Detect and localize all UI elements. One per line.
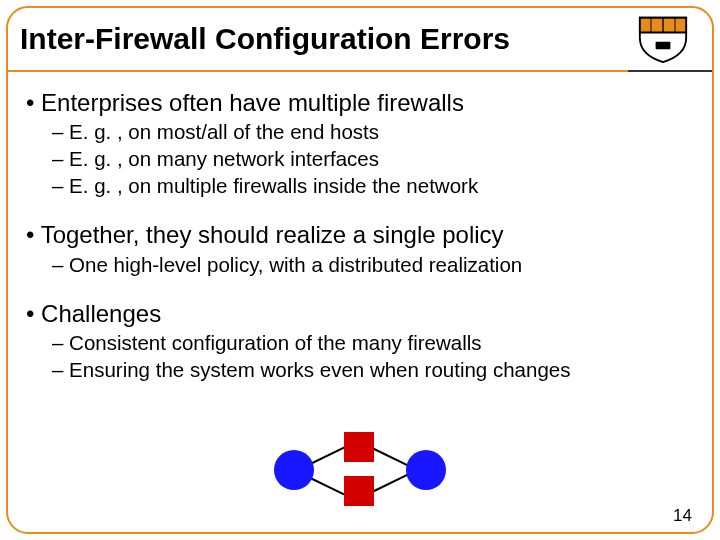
bullet-2-sub-1: – One high-level policy, with a distribu…	[52, 252, 698, 277]
svg-rect-0	[656, 42, 671, 49]
bullet-1-sub-2: – E. g. , on many network interfaces	[52, 146, 698, 171]
title-row: Inter-Firewall Configuration Errors	[14, 14, 706, 70]
body-text: • Enterprises often have multiple firewa…	[26, 82, 698, 382]
bullet-3-sub-2: – Ensuring the system works even when ro…	[52, 357, 698, 382]
network-diagram	[0, 432, 720, 506]
bullet-1-sub-3: – E. g. , on multiple firewalls inside t…	[52, 173, 698, 198]
slide: Inter-Firewall Configuration Errors • En…	[0, 0, 720, 540]
logo-separator	[628, 70, 712, 72]
page-number: 14	[673, 506, 692, 526]
bullet-2: • Together, they should realize a single…	[26, 220, 698, 249]
title-separator	[8, 70, 712, 72]
bullet-1: • Enterprises often have multiple firewa…	[26, 88, 698, 117]
princeton-shield-icon	[630, 14, 696, 64]
bullet-3: • Challenges	[26, 299, 698, 328]
bullet-3-sub-1: – Consistent configuration of the many f…	[52, 330, 698, 355]
firewall-square-icon	[344, 476, 374, 506]
firewall-square-icon	[344, 432, 374, 462]
slide-title: Inter-Firewall Configuration Errors	[20, 22, 630, 56]
node-circle-icon	[274, 450, 314, 490]
bullet-1-sub-1: – E. g. , on most/all of the end hosts	[52, 119, 698, 144]
node-circle-icon	[406, 450, 446, 490]
